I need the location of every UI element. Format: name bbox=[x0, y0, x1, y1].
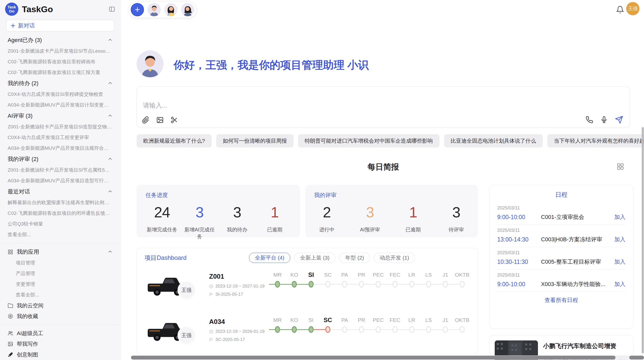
agent-avatar-2[interactable] bbox=[164, 3, 178, 16]
milestone-ls: LS bbox=[420, 316, 437, 335]
add-agent-button[interactable] bbox=[131, 3, 144, 16]
suggestion-chip[interactable]: 如何写一份清晰的项目周报 bbox=[216, 134, 294, 147]
view-all-schedule-link[interactable]: 查看所有日程 bbox=[497, 292, 625, 309]
attach-file-icon[interactable] bbox=[142, 116, 150, 124]
section-recent-chats[interactable]: 最近对话 bbox=[0, 186, 120, 197]
milestone-pa: PA bbox=[336, 271, 353, 289]
list-item[interactable]: 公司Q3轻卡销量 bbox=[0, 219, 120, 229]
list-item[interactable]: C0X4-动力总成开发项目SI里程碑提交物检查 bbox=[0, 89, 120, 100]
list-item[interactable]: Z001-全新燃油皮卡产品开发项目SI节点Lesson Learn报告 bbox=[0, 46, 120, 56]
app-window: Task Go TaskGo 新对话 Agent已办 (3) Z001-全新燃油… bbox=[0, 0, 644, 360]
project-row[interactable]: 王强 A034 2023-12-19 ~ 2026-01-19 SC-2025-… bbox=[137, 313, 478, 355]
sidebar-item-ai-super-staff[interactable]: AI超级员工 bbox=[0, 328, 120, 339]
section-my-todo[interactable]: 我的待办 (2) bbox=[0, 78, 120, 89]
sidebar-item-cloud-space[interactable]: 我的云空间 bbox=[0, 300, 120, 311]
milestone-dot bbox=[359, 281, 364, 288]
join-button[interactable]: 加入 bbox=[614, 213, 625, 221]
project-dates: 2023-12-19 ~ 2026-01-19 bbox=[209, 329, 265, 334]
list-item[interactable]: Z001-全新燃油轻卡产品开发项目SI节点属性5D文件评审 bbox=[0, 165, 120, 175]
tab-powertrain[interactable]: 动总开发 (1) bbox=[374, 253, 415, 263]
tab-new-body[interactable]: 全新上装 (3) bbox=[294, 253, 335, 263]
my-review-card: 我的评审 2 进行中 3 AI预评审 1 已逾期 3 待评审 bbox=[305, 185, 478, 237]
users-icon bbox=[8, 331, 13, 336]
schedule-item: 2025/03/11 13:00-14:30 C003|H0B-方案冻结评审 加… bbox=[497, 225, 625, 247]
milestone-dot bbox=[376, 281, 381, 288]
sidebar-item-label: 帮我写作 bbox=[17, 340, 38, 348]
sidebar-item-product-mgmt[interactable]: 产品管理 bbox=[0, 268, 120, 279]
card-title: 任务进度 bbox=[145, 191, 291, 199]
section-title: Agent已办 (3) bbox=[8, 36, 42, 44]
schedule-name: C001-立项审批会 bbox=[541, 213, 611, 221]
milestone-ls: LS bbox=[420, 271, 437, 289]
tab-all-new-platform[interactable]: 全新平台 (4) bbox=[249, 253, 290, 263]
attach-image-icon[interactable] bbox=[156, 116, 164, 124]
user-avatar[interactable]: 王强 bbox=[626, 2, 639, 15]
join-button[interactable]: 加入 bbox=[614, 236, 625, 243]
schedule-item: 2025/03/11 9:00-10:00 C001-立项审批会 加入 bbox=[497, 202, 625, 224]
section-my-review[interactable]: 我的评审 (2) bbox=[0, 154, 120, 165]
project-flag-milestone: SI-2025-05-17 bbox=[209, 292, 243, 297]
schedule-name: C005-整车工程目标评审 bbox=[541, 258, 611, 266]
sidebar-item-label: 创意制图 bbox=[17, 351, 38, 358]
view-all-apps[interactable]: 查看全部... bbox=[0, 290, 120, 300]
suggestion-chip[interactable]: 当下年轻人对汽车外观有怎样的喜好趋势 bbox=[547, 134, 644, 147]
list-item[interactable]: C0X4-动力总成开发项目工程变更评审 bbox=[0, 132, 120, 143]
list-item[interactable]: C02-飞腾新能源轻客改款项目的闭环通告反馈情况 bbox=[0, 208, 120, 219]
list-item[interactable]: 解释最新出台的欧盟报废车法规再生塑料比例被调至15%... bbox=[0, 197, 120, 208]
milestone-ko: KO bbox=[286, 271, 303, 289]
view-all-chats[interactable]: 查看全部... bbox=[0, 229, 120, 240]
section-agent-done[interactable]: Agent已办 (3) bbox=[0, 35, 120, 46]
list-item[interactable]: A034-全新新能源MUV产品开发项目法规符合性评审 bbox=[0, 143, 120, 154]
microphone-icon[interactable] bbox=[600, 116, 608, 124]
clock-icon bbox=[209, 329, 213, 334]
list-item[interactable]: C02-飞腾新能源轻客改款项目里程碑画布 bbox=[0, 56, 120, 67]
vertical-scrollbar-thumb[interactable] bbox=[642, 127, 644, 353]
chevron-up-icon bbox=[108, 81, 113, 86]
sidebar-item-favorites[interactable]: 我的收藏 bbox=[0, 311, 120, 322]
section-title: 我的待办 (2) bbox=[8, 80, 38, 87]
list-item[interactable]: Z001-全新燃油轻卡产品开发项目SI造型提交物评审 bbox=[0, 122, 120, 132]
sidebar-item-label: 我的收藏 bbox=[17, 313, 38, 320]
project-row[interactable]: 王强 Z001 2023-12-19 ~ 2027-01-19 SI-2025-… bbox=[137, 268, 478, 313]
list-item[interactable]: A034-全新新能源MUV产品开发项目计划变更表编写 bbox=[0, 100, 120, 110]
milestone-si: SI bbox=[303, 316, 319, 335]
milestone-dot bbox=[426, 326, 431, 333]
screenshot-scissors-icon[interactable] bbox=[170, 116, 178, 124]
chat-input[interactable] bbox=[142, 101, 500, 109]
input-attachments bbox=[142, 116, 178, 124]
stat-new-ai-done: 3 新增AI完成任务 bbox=[183, 204, 216, 240]
schedule-card: 日程 2025/03/11 9:00-10:00 C001-立项审批会 加入 2… bbox=[489, 185, 633, 329]
input-actions bbox=[586, 116, 623, 124]
agent-avatar-1[interactable] bbox=[148, 3, 161, 16]
milestone-pa: PA bbox=[336, 316, 353, 335]
section-ai-review[interactable]: AI评审 (3) bbox=[0, 110, 120, 122]
layout-grid-icon[interactable] bbox=[617, 163, 624, 170]
sidebar-item-help-write[interactable]: 帮我写作 bbox=[0, 339, 120, 349]
logo-line2: Go bbox=[9, 9, 14, 13]
join-button[interactable]: 加入 bbox=[614, 258, 625, 266]
horizontal-scrollbar-piece[interactable] bbox=[629, 356, 644, 359]
suggestion-chip[interactable]: 欧洲新规最近颁布了什么? bbox=[137, 134, 212, 147]
send-icon[interactable] bbox=[615, 116, 623, 124]
milestone-dot bbox=[426, 281, 431, 288]
sidebar-item-creative-draw[interactable]: 创意制图 bbox=[0, 349, 120, 360]
collapse-sidebar-icon[interactable] bbox=[109, 6, 115, 12]
suggestion-chip[interactable]: 比亚迪全固态电池计划具体说了什么 bbox=[444, 134, 543, 147]
milestone-sc: SC bbox=[319, 271, 336, 289]
new-chat-button[interactable]: 新对话 bbox=[6, 20, 114, 32]
milestone-pr: PR bbox=[353, 271, 370, 289]
voice-call-icon[interactable] bbox=[586, 116, 593, 124]
list-item[interactable]: A034-全新新能源MUV产品开发项目造型可行性评审 bbox=[0, 175, 120, 186]
list-item[interactable]: C02-飞腾新能源轻客改款项目立项汇报方案 bbox=[0, 67, 120, 78]
milestone-dot bbox=[443, 326, 448, 333]
schedule-time: 10:30-11:30 bbox=[497, 259, 541, 265]
sidebar-item-change-mgmt[interactable]: 变更管理 bbox=[0, 279, 120, 290]
sidebar-item-project-mgmt[interactable]: 项目管理 bbox=[0, 258, 120, 268]
section-my-apps[interactable]: 我的应用 bbox=[0, 246, 120, 258]
notifications-bell-icon[interactable] bbox=[616, 6, 624, 14]
suggestion-chip[interactable]: 特朗普可能对进口汽车增税会对中国车企造成哪些影响 bbox=[298, 134, 440, 147]
tab-year-model[interactable]: 年型 (2) bbox=[339, 253, 370, 263]
horizontal-scrollbar-thumb[interactable] bbox=[131, 356, 616, 359]
agent-avatar-3[interactable] bbox=[181, 3, 194, 16]
join-button[interactable]: 加入 bbox=[614, 280, 625, 288]
